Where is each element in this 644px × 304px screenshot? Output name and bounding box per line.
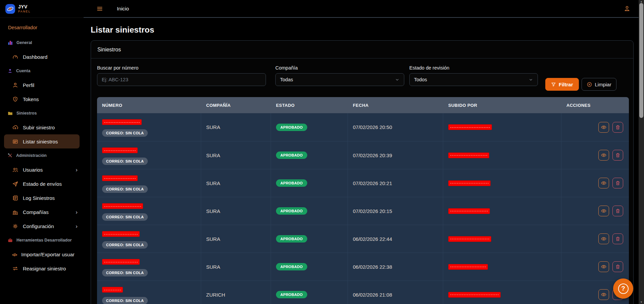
delete-button[interactable]	[612, 206, 623, 216]
status-badge: APROBADO	[276, 235, 307, 243]
scrollbar-down-icon[interactable]: ▼	[639, 301, 644, 304]
delete-button[interactable]	[612, 261, 623, 272]
code-icon: </>	[12, 252, 17, 257]
cell-compania: SURA	[201, 225, 271, 253]
trash-icon	[615, 208, 620, 214]
sidebar-item-subir-siniestro[interactable]: Subir siniestro	[0, 120, 84, 134]
column-header-compania: COMPAÑÍA	[201, 103, 271, 108]
help-button[interactable]: ?	[613, 278, 633, 299]
question-icon: ?	[618, 284, 629, 294]
redacted-uploader	[448, 236, 491, 242]
delete-button[interactable]	[612, 122, 623, 133]
redacted-uploader	[448, 264, 488, 270]
status-badge: APROBADO	[276, 263, 307, 270]
scrollbar[interactable]: ▲ ▼	[639, 0, 644, 304]
cell-fecha: 06/02/2026 22:38	[348, 253, 443, 280]
sidebar-item-label: Dashboard	[23, 54, 47, 60]
sidebar-item-importar-exportar-usuar[interactable]: </>Importar/Exportar usuar	[0, 247, 84, 261]
trash-icon	[615, 153, 620, 158]
hamburger-menu-icon[interactable]	[96, 5, 103, 12]
table-header-row: NÚMERO COMPAÑÍA ESTADO FECHA SUBIDO POR …	[97, 97, 629, 113]
view-button[interactable]	[598, 178, 609, 188]
sidebar-item-label: Tokens	[23, 96, 39, 102]
cell-compania: SURA	[201, 253, 271, 280]
correo-badge: CORREO: SIN COLA	[102, 297, 148, 304]
sidebar-item-estado-de-envios[interactable]: Estado de envíos	[0, 177, 84, 191]
delete-button[interactable]	[612, 233, 623, 244]
sidebar-item-label: Perfil	[23, 82, 34, 88]
cell-subido-por	[443, 113, 561, 141]
topbar-nav-title[interactable]: Inicio	[117, 6, 129, 12]
cell-subido-por	[443, 197, 561, 225]
view-button[interactable]	[598, 289, 609, 300]
review-state-select[interactable]: Todos	[409, 73, 538, 86]
sidebar-item-label: Reasignar siniestro	[23, 266, 66, 271]
cell-numero: CORREO: SIN COLA	[97, 113, 201, 141]
column-header-numero: NÚMERO	[97, 103, 201, 108]
redacted-uploader	[448, 208, 490, 214]
brand[interactable]: JYV PANEL	[0, 0, 84, 18]
app-logo-icon	[5, 4, 15, 14]
sidebar-item-listar-siniestros[interactable]: Listar siniestros	[4, 134, 80, 148]
cell-subido-por	[443, 281, 561, 304]
sidebar-section-label: General	[16, 40, 32, 45]
delete-button[interactable]	[612, 178, 623, 188]
user-icon[interactable]	[624, 5, 631, 12]
review-state-label: Estado de revisión	[409, 65, 538, 71]
sidebar-item-log-siniestros[interactable]: Log Siniestros	[0, 191, 84, 205]
sidebar-item-configuracion[interactable]: Configuración›	[0, 219, 84, 233]
sidebar-section-herramientas-desarrollador: Herramientas Desarrollador	[0, 233, 84, 247]
sidebar-item-label: Subir siniestro	[23, 125, 55, 130]
sidebar-section-label: Herramientas Desarrollador	[16, 238, 72, 243]
sidebar-section-label: Administración	[16, 153, 47, 158]
view-button[interactable]	[598, 206, 609, 216]
scrollbar-up-icon[interactable]: ▲	[639, 0, 644, 3]
scrollbar-thumb[interactable]	[639, 3, 643, 118]
redacted-claim-number	[102, 259, 140, 265]
correo-badge: CORREO: SIN COLA	[102, 129, 148, 137]
cell-fecha: 07/02/2026 20:39	[348, 141, 443, 169]
company-select[interactable]: Todas	[275, 73, 404, 86]
view-button[interactable]	[598, 233, 609, 244]
sidebar-item-usuarios[interactable]: Usuarios›	[0, 163, 84, 177]
view-button[interactable]	[598, 261, 609, 272]
search-input[interactable]	[102, 74, 261, 86]
cell-compania: SURA	[201, 197, 271, 225]
sidebar-item-label: Usuarios	[23, 167, 43, 173]
table-row: CORREO: SIN COLA SURA APROBADO 07/02/202…	[97, 141, 629, 169]
swap-icon	[12, 265, 18, 272]
cloud-upload-icon	[12, 124, 18, 131]
log-icon	[12, 195, 18, 201]
chevron-right-icon: ›	[76, 223, 78, 229]
cell-compania: SURA	[201, 169, 271, 197]
sidebar-section-label: Cuenta	[16, 69, 30, 73]
shield-icon	[12, 96, 18, 102]
building-icon	[12, 209, 18, 215]
sidebar-item-dashboard[interactable]: Dashboard	[0, 50, 84, 64]
sidebar-item-companias[interactable]: Compañías›	[0, 205, 84, 219]
eye-icon	[601, 152, 607, 158]
clear-button[interactable]: Limpiar	[582, 78, 616, 91]
sidebar-item-reasignar-siniestro[interactable]: Reasignar siniestro	[0, 261, 84, 275]
cell-fecha: 07/02/2026 20:50	[348, 113, 443, 141]
cell-estado: APROBADO	[271, 197, 348, 225]
cell-estado: APROBADO	[271, 253, 348, 280]
table-row: CORREO: SIN COLA SURA APROBADO 06/02/202…	[97, 225, 629, 253]
eye-icon	[601, 180, 607, 186]
circle-x-icon	[587, 82, 592, 87]
cell-estado: APROBADO	[271, 281, 348, 304]
sidebar-item-label: Listar siniestros	[23, 139, 58, 144]
redacted-claim-number	[102, 231, 140, 237]
sidebar-item-tokens[interactable]: Tokens	[0, 92, 84, 106]
sidebar-section-administracion: Administración	[0, 148, 84, 163]
view-button[interactable]	[598, 150, 609, 161]
filter-button[interactable]: Filtrar	[545, 78, 579, 91]
view-button[interactable]	[598, 122, 609, 133]
card-title: Siniestros	[91, 41, 633, 58]
chevron-right-icon: ›	[76, 209, 78, 215]
user-icon	[12, 82, 18, 88]
sidebar-item-perfil[interactable]: Perfil	[0, 78, 84, 92]
sidebar-section-label: Siniestros	[16, 111, 37, 116]
correo-badge: CORREO: SIN COLA	[102, 241, 148, 249]
delete-button[interactable]	[612, 150, 623, 161]
